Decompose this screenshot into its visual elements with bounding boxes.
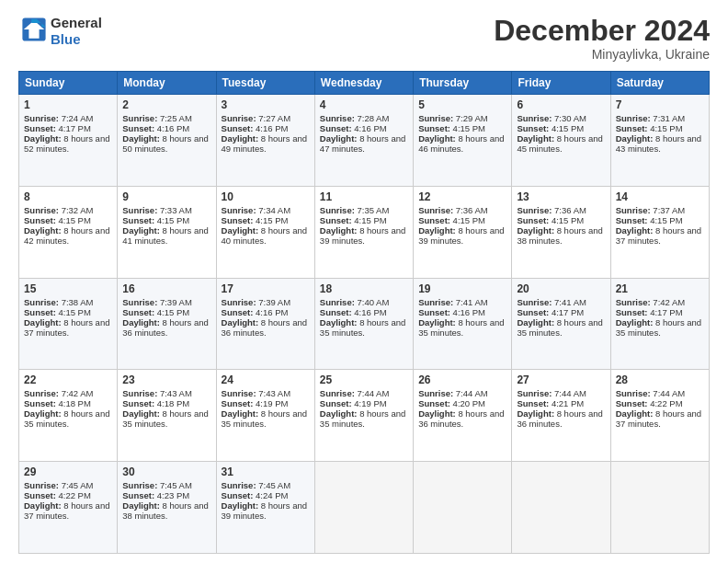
sunset-label: Sunset:	[122, 398, 156, 408]
sunrise-label: Sunrise:	[122, 388, 160, 398]
sunrise-value: 7:45 AM	[62, 480, 94, 490]
table-row: 31 Sunrise: 7:45 AM Sunset: 4:24 PM Dayl…	[216, 462, 314, 554]
table-row: 15 Sunrise: 7:38 AM Sunset: 4:15 PM Dayl…	[19, 278, 118, 370]
table-row: 2 Sunrise: 7:25 AM Sunset: 4:16 PM Dayli…	[118, 95, 216, 187]
day-number: 7	[616, 98, 704, 111]
table-row: 10 Sunrise: 7:34 AM Sunset: 4:15 PM Dayl…	[216, 186, 314, 278]
daylight-label: Daylight:	[616, 408, 655, 419]
sunrise-value: 7:25 AM	[160, 113, 192, 123]
table-row: 30 Sunrise: 7:45 AM Sunset: 4:23 PM Dayl…	[118, 462, 216, 554]
sunrise-label: Sunrise:	[122, 297, 160, 307]
daylight-label: Daylight:	[517, 317, 556, 327]
sunrise-value: 7:34 AM	[258, 205, 290, 215]
daylight-label: Daylight:	[320, 408, 359, 419]
daylight-label: Daylight:	[24, 317, 63, 327]
table-row	[414, 462, 512, 554]
sunrise-label: Sunrise:	[24, 297, 62, 307]
logo-blue: Blue	[51, 31, 102, 48]
day-number: 19	[418, 282, 506, 295]
sunrise-label: Sunrise:	[320, 205, 358, 215]
day-number: 24	[222, 373, 310, 386]
sunrise-value: 7:36 AM	[554, 205, 586, 215]
sunrise-label: Sunrise:	[320, 113, 358, 123]
sunset-label: Sunset:	[122, 123, 156, 133]
sunset-label: Sunset:	[122, 490, 156, 500]
sunset-value: 4:15 PM	[650, 123, 682, 133]
daylight-label: Daylight:	[418, 225, 458, 236]
table-row: 28 Sunrise: 7:44 AM Sunset: 4:22 PM Dayl…	[610, 370, 709, 462]
sunset-value: 4:16 PM	[453, 307, 485, 317]
sunset-value: 4:15 PM	[354, 215, 386, 225]
day-number: 27	[517, 373, 605, 386]
sunset-label: Sunset:	[320, 123, 354, 133]
calendar-table: Sunday Monday Tuesday Wednesday Thursday…	[18, 71, 710, 554]
sunset-value: 4:15 PM	[58, 307, 90, 317]
day-number: 17	[222, 282, 310, 295]
sunrise-value: 7:36 AM	[456, 205, 488, 215]
sunset-label: Sunset:	[122, 215, 156, 225]
sunset-value: 4:16 PM	[354, 123, 386, 133]
day-number: 1	[24, 98, 112, 111]
sunrise-value: 7:28 AM	[358, 113, 390, 123]
day-number: 3	[222, 98, 310, 111]
calendar-week-row: 8 Sunrise: 7:32 AM Sunset: 4:15 PM Dayli…	[19, 186, 710, 278]
sunset-value: 4:24 PM	[256, 490, 288, 500]
sunset-value: 4:16 PM	[256, 123, 288, 133]
sunset-value: 4:18 PM	[58, 398, 90, 408]
daylight-label: Daylight:	[616, 317, 655, 327]
table-row: 20 Sunrise: 7:41 AM Sunset: 4:17 PM Dayl…	[512, 278, 610, 370]
sunset-label: Sunset:	[418, 215, 452, 225]
sunrise-label: Sunrise:	[222, 205, 259, 215]
sunset-label: Sunset:	[320, 215, 354, 225]
sunset-label: Sunset:	[122, 307, 156, 317]
daylight-label: Daylight:	[616, 225, 655, 236]
col-saturday: Saturday	[610, 72, 709, 95]
sunset-label: Sunset:	[24, 307, 58, 317]
sunrise-label: Sunrise:	[222, 113, 259, 123]
page: General Blue December 2024 Minyaylivka, …	[0, 0, 728, 563]
daylight-label: Daylight:	[418, 317, 458, 327]
day-number: 28	[616, 373, 704, 386]
sunrise-label: Sunrise:	[222, 297, 259, 307]
table-row: 16 Sunrise: 7:39 AM Sunset: 4:15 PM Dayl…	[118, 278, 216, 370]
sunrise-value: 7:31 AM	[653, 113, 685, 123]
day-number: 18	[320, 282, 408, 295]
sunrise-value: 7:42 AM	[653, 297, 685, 307]
sunset-label: Sunset:	[616, 123, 650, 133]
sunset-value: 4:15 PM	[552, 215, 584, 225]
col-tuesday: Tuesday	[216, 72, 314, 95]
table-row: 19 Sunrise: 7:41 AM Sunset: 4:16 PM Dayl…	[414, 278, 512, 370]
sunset-value: 4:16 PM	[157, 123, 189, 133]
daylight-label: Daylight:	[122, 408, 162, 419]
day-number: 14	[616, 190, 704, 203]
sunset-label: Sunset:	[24, 398, 58, 408]
day-number: 23	[122, 373, 210, 386]
table-row: 18 Sunrise: 7:40 AM Sunset: 4:16 PM Dayl…	[314, 278, 413, 370]
day-number: 20	[517, 282, 605, 295]
sunrise-value: 7:39 AM	[258, 297, 290, 307]
daylight-label: Daylight:	[122, 225, 162, 236]
daylight-label: Daylight:	[122, 317, 162, 327]
sunset-label: Sunset:	[616, 398, 650, 408]
table-row: 25 Sunrise: 7:44 AM Sunset: 4:19 PM Dayl…	[314, 370, 413, 462]
day-number: 16	[122, 282, 210, 295]
table-row: 23 Sunrise: 7:43 AM Sunset: 4:18 PM Dayl…	[118, 370, 216, 462]
col-monday: Monday	[118, 72, 216, 95]
day-number: 10	[222, 190, 310, 203]
daylight-label: Daylight:	[517, 133, 556, 144]
sunrise-value: 7:43 AM	[160, 388, 192, 398]
daylight-label: Daylight:	[24, 408, 63, 419]
daylight-label: Daylight:	[320, 317, 359, 327]
sunrise-label: Sunrise:	[418, 113, 456, 123]
sunset-label: Sunset:	[320, 307, 354, 317]
sunrise-value: 7:24 AM	[62, 113, 94, 123]
title-block: December 2024 Minyaylivka, Ukraine	[494, 15, 710, 62]
daylight-label: Daylight:	[122, 133, 162, 144]
day-number: 5	[418, 98, 506, 111]
day-number: 6	[517, 98, 605, 111]
logo: General Blue	[18, 15, 102, 48]
sunrise-label: Sunrise:	[24, 113, 62, 123]
sunrise-label: Sunrise:	[517, 297, 554, 307]
day-number: 11	[320, 190, 408, 203]
header: General Blue December 2024 Minyaylivka, …	[18, 15, 710, 62]
